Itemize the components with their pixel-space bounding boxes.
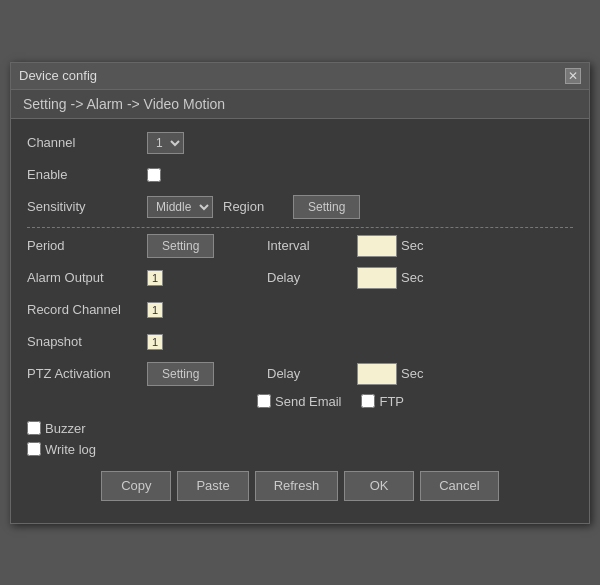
send-email-text: Send Email	[275, 394, 341, 409]
delay-label: Delay	[267, 270, 357, 285]
interval-input[interactable]: 2	[357, 235, 397, 257]
sensitivity-region-row: Sensitivity Low Middle High Region Setti…	[27, 195, 573, 219]
breadcrumb-bar: Setting -> Alarm -> Video Motion	[11, 90, 589, 119]
breadcrumb: Setting -> Alarm -> Video Motion	[23, 96, 225, 112]
ftp-label-row: FTP	[361, 394, 404, 409]
sensitivity-label: Sensitivity	[27, 199, 147, 214]
refresh-button[interactable]: Refresh	[255, 471, 339, 501]
buzzer-row: Buzzer	[27, 421, 573, 436]
period-label: Period	[27, 238, 147, 253]
alarm-output-label: Alarm Output	[27, 270, 147, 285]
ptz-row: PTZ Activation Setting Delay 10 Sec	[27, 362, 573, 394]
ptz-setting-button[interactable]: Setting	[147, 362, 214, 386]
write-log-row: Write log	[27, 442, 573, 457]
sensitivity-select[interactable]: Low Middle High	[147, 196, 213, 218]
region-setting-button[interactable]: Setting	[293, 195, 360, 219]
ftp-checkbox[interactable]	[361, 394, 375, 408]
alarm-output-value: 1	[147, 270, 163, 286]
ftp-text: FTP	[379, 394, 404, 409]
content-area: Channel 1 Enable Sensitivity Low Middle …	[11, 119, 589, 523]
interval-label: Interval	[267, 238, 357, 253]
channel-label: Channel	[27, 135, 147, 150]
delay-input[interactable]: 10	[357, 267, 397, 289]
send-email-checkbox[interactable]	[257, 394, 271, 408]
delay-unit: Sec	[401, 270, 423, 285]
ptz-label: PTZ Activation	[27, 366, 147, 381]
divider-1	[27, 227, 573, 228]
write-log-checkbox[interactable]	[27, 442, 41, 456]
copy-button[interactable]: Copy	[101, 471, 171, 501]
ptz-delay-label: Delay	[267, 366, 357, 381]
button-bar: Copy Paste Refresh OK Cancel	[27, 471, 573, 511]
close-button[interactable]: ✕	[565, 68, 581, 84]
interval-col: Interval 2 Sec	[257, 234, 573, 266]
write-log-text: Write log	[45, 442, 96, 457]
window-title: Device config	[19, 68, 97, 83]
record-channel-row: Record Channel 1	[27, 298, 573, 322]
channel-row: Channel 1	[27, 131, 573, 155]
device-config-window: Device config ✕ Setting -> Alarm -> Vide…	[10, 62, 590, 524]
buzzer-text: Buzzer	[45, 421, 85, 436]
title-bar: Device config ✕	[11, 63, 589, 90]
period-interval-row: Period Setting Interval 2 Sec	[27, 234, 573, 266]
enable-label: Enable	[27, 167, 147, 182]
interval-unit: Sec	[401, 238, 423, 253]
channel-select[interactable]: 1	[147, 132, 184, 154]
enable-row: Enable	[27, 163, 573, 187]
email-ftp-row: Send Email FTP	[257, 394, 573, 415]
snapshot-row: Snapshot 1	[27, 330, 573, 354]
period-setting-button[interactable]: Setting	[147, 234, 214, 258]
record-channel-label: Record Channel	[27, 302, 147, 317]
ptz-delay-input[interactable]: 10	[357, 363, 397, 385]
cancel-button[interactable]: Cancel	[420, 471, 498, 501]
paste-button[interactable]: Paste	[177, 471, 248, 501]
send-email-label: Send Email	[257, 394, 341, 409]
buzzer-checkbox[interactable]	[27, 421, 41, 435]
snapshot-label: Snapshot	[27, 334, 147, 349]
snapshot-value: 1	[147, 334, 163, 350]
enable-checkbox[interactable]	[147, 168, 161, 182]
record-channel-value: 1	[147, 302, 163, 318]
period-col: Period Setting	[27, 234, 257, 266]
ptz-delay-unit: Sec	[401, 366, 423, 381]
alarm-delay-row: Alarm Output 1 Delay 10 Sec	[27, 266, 573, 298]
ok-button[interactable]: OK	[344, 471, 414, 501]
region-label: Region	[223, 199, 293, 214]
